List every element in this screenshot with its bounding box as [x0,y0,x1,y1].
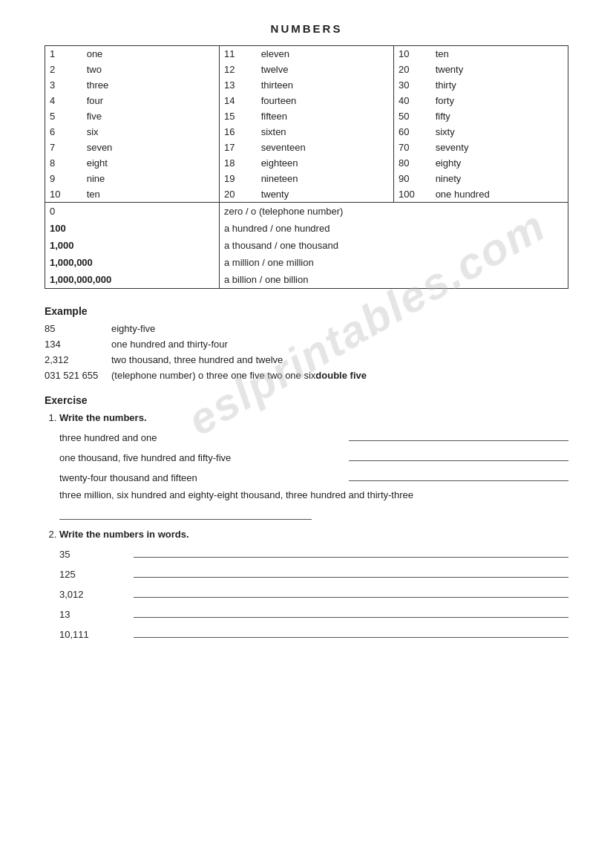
word-cell: three [82,77,220,93]
write-words-row: 125 [59,566,568,580]
word-cell: forty [431,93,568,108]
write-words-row: 10,111 [59,626,568,640]
number-cell: 15 [219,108,256,124]
number-cell: 13 [219,77,256,93]
part2-label: Write the numbers in words. [59,529,568,540]
write-words-number: 35 [59,549,126,560]
example-number: 134 [45,339,111,350]
word-cell: eight [82,155,220,171]
write-words-number: 13 [59,609,126,620]
number-cell: 1 [45,46,82,62]
write-number-label: three million, six hundred and eighty-ei… [59,489,568,500]
part1-label: Write the numbers. [59,412,568,423]
number-cell: 7 [45,140,82,155]
example-row: 2,312 two thousand, three hundred and tw… [45,354,568,365]
number-cell: 20 [393,62,430,77]
number-cell: 9 [45,171,82,186]
number-cell: 8 [45,155,82,171]
word-cell: eleven [257,46,394,62]
word-cell: ninety [431,171,568,186]
write-number-label: twenty-four thousand and fifteen [59,472,341,483]
example-title: Example [45,305,568,317]
special-description: a thousand / one thousand [219,237,568,254]
word-cell: fourteen [257,93,394,108]
word-cell: ten [82,186,220,203]
number-cell: 17 [219,140,256,155]
number-cell: 100 [393,186,430,203]
answer-line[interactable] [349,449,568,461]
number-cell: 10 [45,186,82,203]
word-cell: fifty [431,108,568,124]
special-number: 1,000,000,000 [45,271,220,289]
table-row: 1 one 11 eleven 10 ten [45,46,568,62]
example-section: Example 85 eighty-five 134 one hundred a… [45,305,568,381]
table-row: 10 ten 20 twenty 100 one hundred [45,186,568,203]
table-row: 4 four 14 fourteen 40 forty [45,93,568,108]
answer-line[interactable] [134,586,568,598]
numbers-table: 1 one 11 eleven 10 ten 2 two 12 twelve 2… [45,45,568,289]
word-cell: fifteen [257,108,394,124]
table-row: 7 seven 17 seventeen 70 seventy [45,140,568,155]
answer-line[interactable] [349,429,568,441]
example-number: 031 521 655 [45,370,111,381]
number-cell: 14 [219,93,256,108]
number-cell: 10 [393,46,430,62]
special-row: 0 zero / o (telephone number) [45,203,568,221]
word-cell: thirty [431,77,568,93]
number-cell: 90 [393,171,430,186]
number-cell: 70 [393,140,430,155]
word-cell: twelve [257,62,394,77]
write-words-row: 13 [59,606,568,620]
example-text: eighty-five [111,323,155,334]
special-row: 1,000 a thousand / one thousand [45,237,568,254]
write-words-number: 125 [59,569,126,580]
word-cell: two [82,62,220,77]
example-row: 134 one hundred and thirty-four [45,339,568,350]
answer-line[interactable] [59,508,312,520]
answer-line[interactable] [349,469,568,481]
word-cell: five [82,108,220,124]
word-cell: ten [431,46,568,62]
table-row: 2 two 12 twelve 20 twenty [45,62,568,77]
number-cell: 60 [393,124,430,140]
answer-line[interactable] [134,566,568,578]
special-row: 1,000,000 a million / one million [45,254,568,271]
write-words-row: 35 [59,546,568,560]
write-words-number: 3,012 [59,589,126,600]
table-row: 9 nine 19 nineteen 90 ninety [45,171,568,186]
write-number-row-long: three million, six hundred and eighty-ei… [59,489,568,520]
table-row: 6 six 16 sixten 60 sixty [45,124,568,140]
word-cell: one [82,46,220,62]
special-description: a hundred / one hundred [219,220,568,237]
example-number: 2,312 [45,354,111,365]
word-cell: eighteen [257,155,394,171]
number-cell: 6 [45,124,82,140]
table-row: 3 three 13 thirteen 30 thirty [45,77,568,93]
write-number-label: one thousand, five hundred and fifty-fiv… [59,452,341,463]
answer-line[interactable] [134,606,568,618]
number-cell: 5 [45,108,82,124]
write-number-row: twenty-four thousand and fifteen [59,469,568,483]
special-number: 100 [45,220,220,237]
word-cell: eighty [431,155,568,171]
word-cell: nine [82,171,220,186]
exercise-part2: Write the numbers in words. 35 125 3,012… [59,529,568,640]
write-words-row: 3,012 [59,586,568,600]
word-cell: six [82,124,220,140]
example-row: 85 eighty-five [45,323,568,334]
number-cell: 20 [219,186,256,203]
answer-line[interactable] [134,626,568,638]
number-cell: 40 [393,93,430,108]
number-cell: 3 [45,77,82,93]
word-cell: seventeen [257,140,394,155]
word-cell: thirteen [257,77,394,93]
table-row: 5 five 15 fifteen 50 fifty [45,108,568,124]
number-cell: 19 [219,171,256,186]
answer-line[interactable] [134,546,568,558]
special-description: a million / one million [219,254,568,271]
example-number: 85 [45,323,111,334]
table-row: 8 eight 18 eighteen 80 eighty [45,155,568,171]
write-number-label: three hundred and one [59,432,341,443]
exercise-section: Exercise Write the numbers. three hundre… [45,394,568,640]
special-number: 1,000,000 [45,254,220,271]
